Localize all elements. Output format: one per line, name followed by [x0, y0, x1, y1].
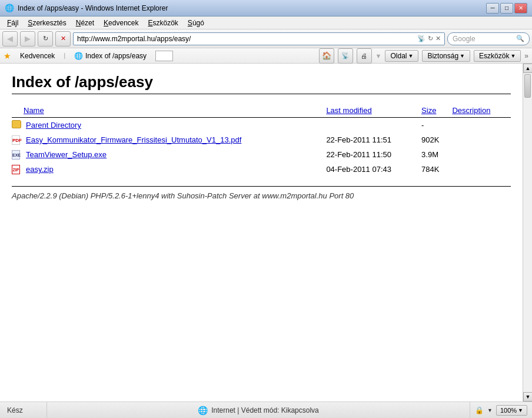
ie-icon: 🌐 — [5, 4, 14, 13]
server-info: Apache/2.2.9 (Debian) PHP/5.2.6-1+lenny4… — [12, 186, 511, 200]
tab-search-input[interactable] — [155, 51, 173, 61]
file-name-cell: easy.zip — [26, 162, 326, 177]
zoom-button[interactable]: 100% ▼ — [496, 405, 527, 416]
tools-button[interactable]: Eszközök ▼ — [474, 50, 521, 62]
status-right: 🔒 ▼ 100% ▼ — [470, 402, 532, 418]
minimize-button[interactable]: ─ — [486, 3, 499, 14]
file-desc-cell — [452, 132, 511, 147]
home-button[interactable]: 🏠 — [319, 48, 334, 64]
toolbar-right: 🏠 📡 🖨 ▼ Oldal ▼ Biztonság ▼ Eszközök ▼ » — [319, 48, 528, 64]
table-row: PDF Easy_Kommunikator_Firmware_Frissites… — [12, 132, 511, 147]
file-icon-cell: ZIP — [12, 162, 26, 177]
file-table: Name Last modified Size Description — [12, 104, 511, 177]
security-button[interactable]: Biztonság ▼ — [422, 50, 470, 62]
favorites-label[interactable]: Kedvencek — [16, 50, 59, 62]
refresh-small-icon: ↻ — [428, 35, 433, 42]
sort-size-link[interactable]: Size — [421, 106, 436, 115]
security-label: Biztonság — [427, 52, 458, 60]
file-icon-cell: PDF — [12, 132, 26, 147]
tab-current[interactable]: 🌐 Index of /apps/easy — [70, 50, 151, 62]
file-desc-cell — [452, 162, 511, 177]
stop-button[interactable]: ✕ — [55, 31, 71, 47]
internet-label: Internet | Védett mód: Kikapcsolva — [211, 406, 319, 414]
browser-area: Index of /apps/easy Name Last modified S… — [0, 64, 532, 402]
rss-button[interactable]: 📡 — [338, 48, 353, 64]
table-row: Parent Directory - — [12, 118, 511, 133]
file-icon-cell — [12, 118, 26, 133]
tools-dropdown-arrow: ▼ — [510, 53, 516, 59]
security-dropdown-arrow: ▼ — [460, 53, 465, 59]
window-title: Index of /apps/easy - Windows Internet E… — [18, 4, 486, 12]
file-name-cell: TeamViewer_Setup.exe — [26, 147, 326, 162]
favorites-separator: | — [64, 52, 65, 59]
menu-edit[interactable]: Szerkesztés — [23, 18, 71, 28]
menu-bar: Fájl Szerkesztés Nézet Kedvencek Eszközö… — [0, 16, 532, 29]
zip-file-link[interactable]: easy.zip — [26, 165, 54, 174]
content-area: Index of /apps/easy Name Last modified S… — [0, 64, 523, 402]
sort-modified-link[interactable]: Last modified — [326, 106, 371, 115]
pdf-icon: PDF — [12, 135, 20, 145]
scroll-up-button[interactable]: ▲ — [523, 64, 532, 73]
table-row: ZIP easy.zip 04-Feb-2011 07:43 784K — [12, 162, 511, 177]
forward-button[interactable]: ▶ — [20, 31, 35, 47]
menu-tools[interactable]: Eszközök — [143, 18, 182, 28]
exe-icon: EXE — [12, 150, 20, 160]
exe-file-link[interactable]: TeamViewer_Setup.exe — [26, 150, 107, 159]
refresh-button[interactable]: ↻ — [38, 31, 53, 47]
address-bar[interactable]: http://www.m2mportal.hu/apps/easy/ 📡 ↻ ✕ — [73, 32, 445, 45]
page-button[interactable]: Oldal ▼ — [385, 50, 418, 62]
parent-dir-link[interactable]: Parent Directory — [26, 121, 81, 130]
menu-favorites[interactable]: Kedvencek — [99, 18, 143, 28]
zoom-dropdown-arrow: ▼ — [518, 407, 523, 413]
menu-file[interactable]: Fájl — [2, 18, 23, 28]
address-icons: 📡 ↻ ✕ — [417, 35, 441, 42]
page-title: Index of /apps/easy — [12, 73, 511, 94]
menu-view[interactable]: Nézet — [71, 18, 99, 28]
lock-arrow: ▼ — [487, 407, 493, 413]
file-size-cell: - — [421, 118, 452, 133]
col-header-size: Size — [421, 104, 452, 118]
tools-label: Eszközök — [479, 52, 509, 60]
file-modified-cell: 22-Feb-2011 11:51 — [326, 132, 421, 147]
menu-help[interactable]: Súgó — [183, 18, 209, 28]
file-modified-cell — [326, 118, 421, 133]
rss-icon: 📡 — [417, 35, 425, 42]
status-bar: Kész 🌐 Internet | Védett mód: Kikapcsolv… — [0, 402, 532, 418]
file-size-cell: 3.9M — [421, 147, 452, 162]
search-bar[interactable]: Google 🔍 — [447, 32, 530, 45]
favorites-bar: ★ Kedvencek | 🌐 Index of /apps/easy 🏠 📡 … — [0, 48, 532, 64]
file-modified-cell: 22-Feb-2011 11:50 — [326, 147, 421, 162]
sort-name-link[interactable]: Name — [24, 106, 44, 115]
more-tools-icon[interactable]: » — [524, 52, 528, 60]
print-button[interactable]: 🖨 — [357, 48, 372, 64]
table-row: EXE TeamViewer_Setup.exe 22-Feb-2011 11:… — [12, 147, 511, 162]
file-size-cell: 784K — [421, 162, 452, 177]
favorites-text: Kedvencek — [20, 52, 55, 60]
window-controls: ─ □ ✕ — [486, 3, 527, 14]
zoom-value: 100% — [500, 407, 517, 414]
col-header-description: Description — [452, 104, 511, 118]
file-name-cell: Easy_Kommunikator_Firmware_Frissitesi_Ut… — [26, 132, 326, 147]
close-button[interactable]: ✕ — [514, 3, 527, 14]
title-bar: 🌐 Index of /apps/easy - Windows Internet… — [0, 0, 532, 16]
scrollbar[interactable]: ▲ ▼ — [523, 64, 532, 402]
col-header-modified: Last modified — [326, 104, 421, 118]
folder-icon — [12, 120, 21, 128]
back-button[interactable]: ◀ — [2, 31, 18, 47]
scroll-thumb[interactable] — [524, 74, 531, 98]
nav-bar: ◀ ▶ ↻ ✕ http://www.m2mportal.hu/apps/eas… — [0, 29, 532, 48]
maximize-button[interactable]: □ — [500, 3, 513, 14]
scroll-track[interactable] — [523, 73, 532, 392]
pdf-file-link[interactable]: Easy_Kommunikator_Firmware_Frissitesi_Ut… — [26, 135, 241, 144]
search-placeholder: Google — [453, 35, 516, 43]
file-desc-cell — [452, 147, 511, 162]
file-name-cell: Parent Directory — [26, 118, 326, 133]
scroll-down-button[interactable]: ▼ — [523, 392, 532, 402]
sort-desc-link[interactable]: Description — [452, 106, 490, 115]
file-icon-cell: EXE — [12, 147, 26, 162]
lock-icon: 🔒 — [475, 406, 484, 414]
favorites-star-icon: ★ — [4, 51, 11, 61]
page-dropdown-arrow: ▼ — [408, 53, 413, 59]
search-icon[interactable]: 🔍 — [516, 35, 524, 42]
zip-icon: ZIP — [12, 165, 20, 174]
